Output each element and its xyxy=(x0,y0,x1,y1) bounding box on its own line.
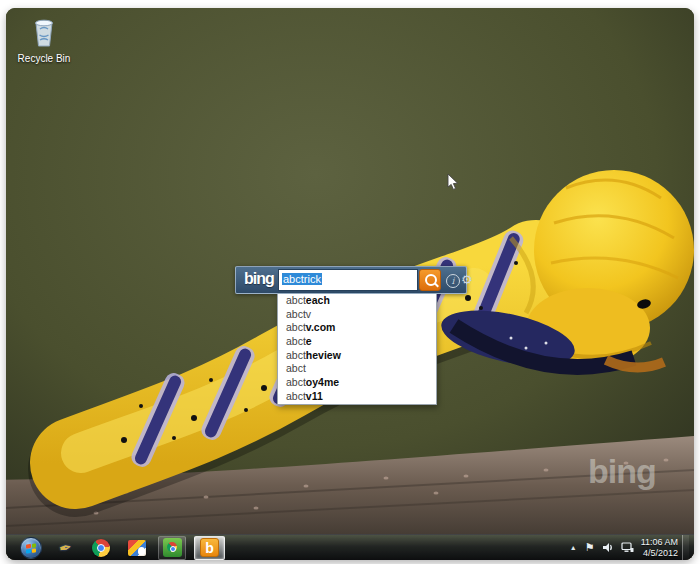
tray-date: 4/5/2012 xyxy=(641,548,678,559)
search-button[interactable] xyxy=(419,269,441,291)
recycle-bin[interactable]: Recycle Bin xyxy=(14,16,74,64)
suggestion-item[interactable]: abctheview xyxy=(278,349,436,363)
suggestion-item[interactable]: abcte xyxy=(278,335,436,349)
show-desktop-button[interactable] xyxy=(682,535,689,560)
info-icon[interactable]: i xyxy=(446,274,460,288)
system-tray: ▲ ⚑ 11:06 AM 4/5/2012 xyxy=(570,535,689,560)
tray-time: 11:06 AM xyxy=(641,537,678,548)
photo-app-icon xyxy=(128,540,146,556)
bing-desktop-app-button[interactable]: b xyxy=(194,536,225,560)
suggestion-item[interactable]: abctoy4me xyxy=(278,376,436,390)
network-icon[interactable] xyxy=(621,542,634,553)
pen-app-button[interactable]: ✒ xyxy=(52,536,78,560)
suggestion-item[interactable]: abctv11 xyxy=(278,390,436,404)
tray-clock[interactable]: 11:06 AM 4/5/2012 xyxy=(641,537,678,558)
start-button[interactable] xyxy=(20,537,42,559)
search-icon xyxy=(425,274,437,286)
gear-icon[interactable]: ⚙ xyxy=(461,272,473,288)
bing-app-icon: b xyxy=(200,538,219,557)
volume-icon[interactable] xyxy=(602,542,614,553)
windows-flag-icon xyxy=(26,543,36,553)
show-hidden-icons-button[interactable]: ▲ xyxy=(570,544,577,551)
bing-search-bar: bing abctrick i ⚙ xyxy=(235,266,467,294)
search-query-text: abctrick xyxy=(282,273,322,285)
suggestion-item[interactable]: abctv.com xyxy=(278,321,436,335)
action-center-flag-icon[interactable]: ⚑ xyxy=(585,542,595,553)
green-chrome-icon xyxy=(163,538,182,557)
recycle-bin-icon xyxy=(26,16,62,48)
pen-icon: ✒ xyxy=(57,537,73,557)
recycle-bin-label: Recycle Bin xyxy=(14,53,74,64)
green-chrome-app-button[interactable] xyxy=(158,536,186,560)
photo-app-button[interactable] xyxy=(124,536,150,560)
suggestion-item[interactable]: abcteach xyxy=(278,294,436,308)
search-suggestions-dropdown: abcteach abctv abctv.com abcte abcthevie… xyxy=(277,294,437,405)
bing-watermark: bing xyxy=(588,452,656,491)
bing-logo: bing xyxy=(244,270,274,288)
suggestion-item[interactable]: abct xyxy=(278,362,436,376)
search-input[interactable]: abctrick xyxy=(278,269,418,291)
taskbar-apps: ✒ b xyxy=(6,535,225,560)
mouse-cursor xyxy=(447,173,460,191)
suggestion-item[interactable]: abctv xyxy=(278,308,436,322)
taskbar: ✒ b ▲ ⚑ 11:06 AM 4/5/2012 xyxy=(6,534,694,560)
desktop: bing Recycle Bin bing abctrick i ⚙ abcte… xyxy=(6,8,694,560)
chrome-app-button[interactable] xyxy=(88,536,114,560)
chrome-icon xyxy=(92,539,110,557)
screenshot-page: bing Recycle Bin bing abctrick i ⚙ abcte… xyxy=(0,0,700,564)
